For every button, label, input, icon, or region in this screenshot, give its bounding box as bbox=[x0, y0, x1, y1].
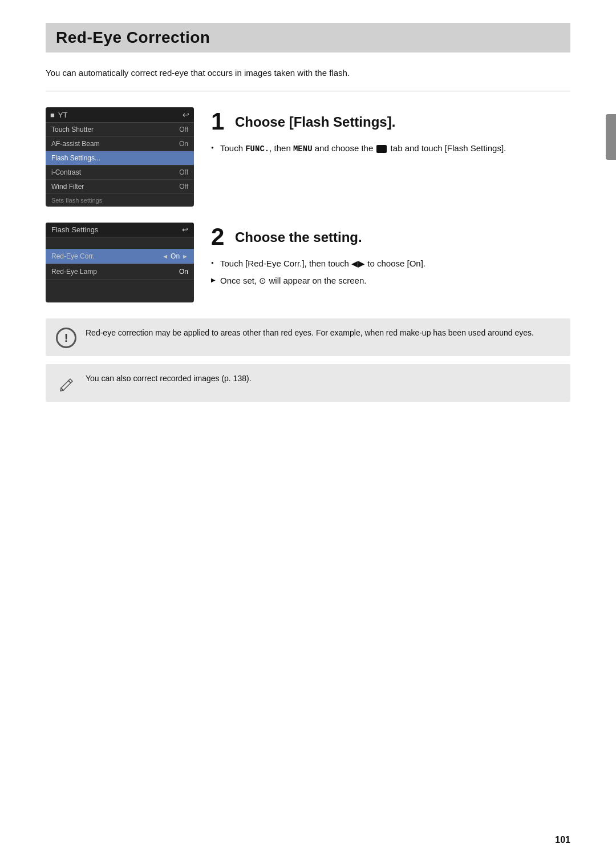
item-value: Off bbox=[179, 168, 188, 176]
step-2-instructions: Touch [Red-Eye Corr.], then touch ◀▶ to … bbox=[211, 257, 570, 288]
screen1-back: ↩ bbox=[183, 110, 189, 119]
steps-container: ■ ΥΤ ↩ Touch Shutter Off AF-assist Beam … bbox=[46, 107, 570, 318]
lamp-value: On bbox=[179, 268, 188, 276]
setting-value: On bbox=[179, 268, 188, 276]
step-2-title: Choose the setting. bbox=[235, 225, 362, 245]
item-label: Touch Shutter bbox=[51, 126, 94, 134]
intro-text: You can automatically correct red-eye th… bbox=[46, 66, 570, 79]
step-1-row: ■ ΥΤ ↩ Touch Shutter Off AF-assist Beam … bbox=[46, 107, 570, 207]
camera-screen-2: Flash Settings ↩ Red-Eye Corr. ◄ On ► Re… bbox=[46, 223, 194, 302]
screen1-topbar: ■ ΥΤ ↩ bbox=[46, 107, 194, 123]
note-text: You can also correct recorded images (p.… bbox=[86, 372, 252, 385]
section-divider bbox=[46, 91, 570, 91]
pencil-icon bbox=[56, 373, 76, 394]
arrow-left-icon: ◄ bbox=[162, 253, 168, 260]
menu-item-flash-settings: Flash Settings... bbox=[46, 151, 194, 165]
func-label: FUNC. bbox=[245, 144, 269, 154]
corr-value: On bbox=[171, 252, 180, 260]
step-2-number: 2 bbox=[211, 225, 228, 249]
step-1-number: 1 bbox=[211, 110, 228, 134]
item-label: Flash Settings... bbox=[51, 154, 100, 162]
setting-row-redeye-lamp: Red-Eye Lamp On bbox=[46, 264, 194, 280]
camera-tab-icon: ■ bbox=[50, 111, 55, 119]
menu-item-wind-filter: Wind Filter Off bbox=[46, 180, 194, 194]
item-label: i-Contrast bbox=[51, 168, 81, 176]
instruction-item-1: Touch [Red-Eye Corr.], then touch ◀▶ to … bbox=[211, 257, 570, 271]
step-2-content: 2 Choose the setting. Touch [Red-Eye Cor… bbox=[211, 223, 570, 291]
page-title: Red-Eye Correction bbox=[56, 29, 560, 47]
page-container: Red-Eye Correction You can automatically… bbox=[0, 0, 616, 444]
menu-item-icontrast: i-Contrast Off bbox=[46, 165, 194, 180]
page-number: 101 bbox=[555, 835, 570, 845]
menu-item-af-assist: AF-assist Beam On bbox=[46, 137, 194, 151]
item-value: Off bbox=[179, 126, 188, 134]
step-1-header: 1 Choose [Flash Settings]. bbox=[211, 110, 570, 134]
note-notice: You can also correct recorded images (p.… bbox=[46, 364, 570, 402]
screen2-spacer bbox=[46, 237, 194, 249]
instruction-item: Touch FUNC., then MENU and choose the ta… bbox=[211, 142, 570, 155]
screen1-icons: ■ ΥΤ bbox=[50, 111, 67, 119]
setting-value: ◄ On ► bbox=[162, 252, 188, 260]
step-2-row: Flash Settings ↩ Red-Eye Corr. ◄ On ► Re… bbox=[46, 223, 570, 302]
screen2-bottom-spacer2 bbox=[46, 291, 194, 302]
warning-icon: ! bbox=[56, 328, 76, 348]
setting-label: Red-Eye Corr. bbox=[51, 252, 95, 260]
right-accent-bar bbox=[606, 114, 616, 160]
item-label: Wind Filter bbox=[51, 183, 84, 191]
step-1-content: 1 Choose [Flash Settings]. Touch FUNC., … bbox=[211, 107, 570, 159]
screen2-bottom-spacer bbox=[46, 280, 194, 291]
arrow-right-icon: ► bbox=[182, 253, 188, 260]
menu-item-touch-shutter: Touch Shutter Off bbox=[46, 123, 194, 137]
setting-label: Red-Eye Lamp bbox=[51, 268, 97, 276]
step-1-instructions: Touch FUNC., then MENU and choose the ta… bbox=[211, 142, 570, 155]
screen2-back: ↩ bbox=[182, 225, 188, 234]
screen2-title: Flash Settings bbox=[51, 225, 98, 234]
instruction-item-2: Once set, ⊙ will appear on the screen. bbox=[211, 274, 570, 288]
title-bar: Red-Eye Correction bbox=[46, 23, 570, 53]
menu-label: MENU bbox=[293, 144, 313, 154]
settings-tab-icon: ΥΤ bbox=[58, 111, 68, 119]
step-1-title: Choose [Flash Settings]. bbox=[235, 110, 395, 130]
step-2-header: 2 Choose the setting. bbox=[211, 225, 570, 249]
warning-text: Red-eye correction may be applied to are… bbox=[86, 326, 534, 339]
setting-row-redeye-corr: Red-Eye Corr. ◄ On ► bbox=[46, 249, 194, 264]
item-value: On bbox=[179, 140, 188, 148]
warning-notice: ! Red-eye correction may be applied to a… bbox=[46, 318, 570, 356]
screen2-topbar: Flash Settings ↩ bbox=[46, 223, 194, 237]
camera-screen-1: ■ ΥΤ ↩ Touch Shutter Off AF-assist Beam … bbox=[46, 107, 194, 207]
screen1-bottom-text: Sets flash settings bbox=[46, 194, 194, 207]
item-label: AF-assist Beam bbox=[51, 140, 100, 148]
camera-icon-inline bbox=[376, 145, 387, 153]
item-value: Off bbox=[179, 183, 188, 191]
